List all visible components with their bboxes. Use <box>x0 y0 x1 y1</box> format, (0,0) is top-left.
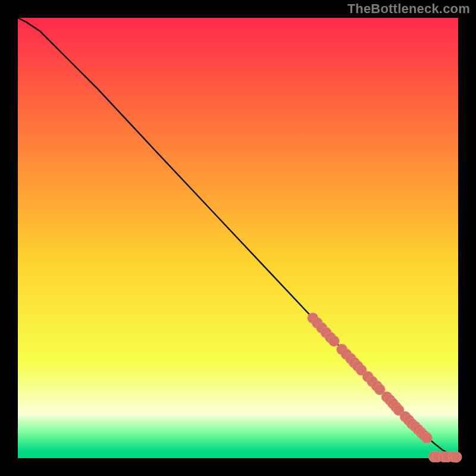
data-marker <box>451 452 462 462</box>
data-marker <box>328 336 339 346</box>
chart-container: TheBottleneck.com <box>0 0 476 476</box>
chart-svg <box>0 0 476 476</box>
watermark-text: TheBottleneck.com <box>347 1 470 17</box>
data-marker <box>421 433 432 443</box>
